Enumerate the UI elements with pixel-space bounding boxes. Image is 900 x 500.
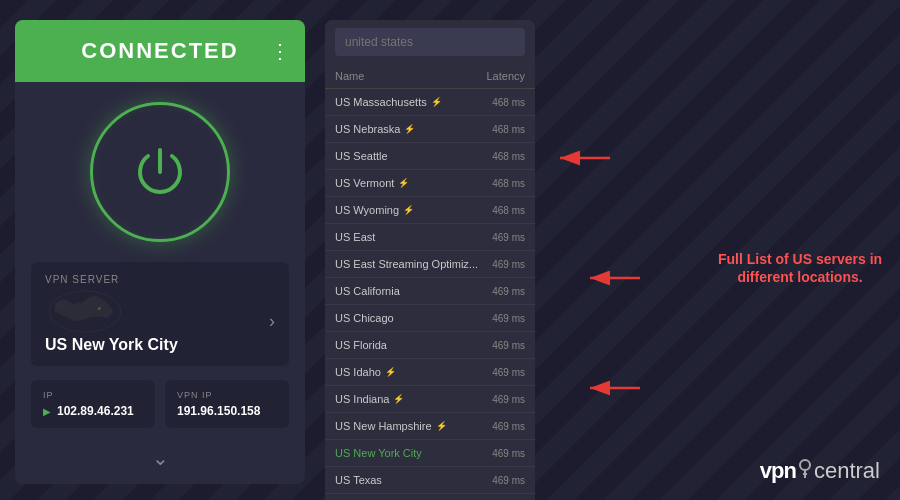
server-item-latency: 469 ms	[492, 286, 525, 297]
server-item[interactable]: US Chicago469 ms	[325, 305, 535, 332]
server-item-latency: 469 ms	[492, 313, 525, 324]
server-item-left: US Wyoming⚡	[335, 204, 414, 216]
server-item-latency: 469 ms	[492, 421, 525, 432]
server-item-name: US Florida	[335, 339, 387, 351]
server-item-left: US New Hampshire⚡	[335, 420, 447, 432]
menu-icon[interactable]: ⋮	[270, 39, 291, 63]
server-item-left: US Massachusetts⚡	[335, 96, 442, 108]
server-item[interactable]: US New Hampshire⚡469 ms	[325, 413, 535, 440]
server-section[interactable]: VPN SERVER US New York City ›	[31, 262, 289, 366]
server-item-latency: 469 ms	[492, 394, 525, 405]
server-item-left: US Nebraska⚡	[335, 123, 415, 135]
server-item-name: US Nebraska	[335, 123, 400, 135]
server-item[interactable]: US West Streaming Optimiz...640 ms	[325, 494, 535, 500]
power-icon	[130, 142, 190, 202]
server-item-left: US California	[335, 285, 400, 297]
server-item[interactable]: US Idaho⚡469 ms	[325, 359, 535, 386]
server-item[interactable]: US Seattle468 ms	[325, 143, 535, 170]
server-item[interactable]: US New York City469 ms	[325, 440, 535, 467]
svg-point-8	[800, 460, 810, 470]
server-name: US New York City	[45, 336, 178, 354]
server-item[interactable]: US East469 ms	[325, 224, 535, 251]
server-item[interactable]: US Texas469 ms	[325, 467, 535, 494]
server-item-name: US Massachusetts	[335, 96, 427, 108]
server-item-badge-icon: ⚡	[431, 97, 442, 107]
column-latency: Latency	[486, 70, 525, 82]
server-item-badge-icon: ⚡	[393, 394, 404, 404]
annotation-arrow-2	[585, 268, 645, 292]
server-item-name: US Indiana	[335, 393, 389, 405]
ip-section: IP ▶ 102.89.46.231 VPN IP 191.96.150.158	[31, 380, 289, 428]
annotation-text: Full List of US servers in different loc…	[718, 251, 882, 285]
ip-label: IP	[43, 390, 143, 400]
server-item-name: US New Hampshire	[335, 420, 432, 432]
server-item[interactable]: US Massachusetts⚡468 ms	[325, 89, 535, 116]
server-item[interactable]: US Florida469 ms	[325, 332, 535, 359]
ip-play-icon: ▶	[43, 406, 51, 417]
server-item-left: US East	[335, 231, 375, 243]
column-name: Name	[335, 70, 364, 82]
vpn-panel: CONNECTED ⋮ VPN SERVER	[15, 20, 305, 484]
brand-logo: vpn central	[760, 457, 880, 484]
server-item-left: US Idaho⚡	[335, 366, 396, 378]
ip-value-row: ▶ 102.89.46.231	[43, 404, 143, 418]
server-item[interactable]: US Wyoming⚡468 ms	[325, 197, 535, 224]
search-bar	[325, 20, 535, 64]
world-map-icon	[45, 289, 125, 334]
server-item-left: US Chicago	[335, 312, 394, 324]
server-item-badge-icon: ⚡	[404, 124, 415, 134]
server-item-name: US Vermont	[335, 177, 394, 189]
server-item-latency: 469 ms	[492, 367, 525, 378]
brand-central-text: central	[814, 458, 880, 484]
server-item-name: US East	[335, 231, 375, 243]
vpn-body: VPN SERVER US New York City ›	[15, 82, 305, 484]
vpn-ip-value: 191.96.150.158	[177, 404, 260, 418]
server-info: US New York City	[45, 289, 178, 354]
server-item-name: US Wyoming	[335, 204, 399, 216]
server-item[interactable]: US Indiana⚡469 ms	[325, 386, 535, 413]
server-item-latency: 469 ms	[492, 475, 525, 486]
server-item-left: US Texas	[335, 474, 382, 486]
server-item-badge-icon: ⚡	[398, 178, 409, 188]
server-row: US New York City ›	[45, 289, 275, 354]
server-item-left: US Seattle	[335, 150, 388, 162]
search-input[interactable]	[335, 28, 525, 56]
server-item-name: US Idaho	[335, 366, 381, 378]
svg-point-1	[98, 307, 101, 310]
server-item-latency: 469 ms	[492, 259, 525, 270]
server-item-latency: 468 ms	[492, 97, 525, 108]
brand-vpn-text: vpn	[760, 458, 796, 484]
server-list-header: Name Latency	[325, 64, 535, 89]
annotation-text-box: Full List of US servers in different loc…	[710, 250, 890, 286]
vpn-ip-label: VPN IP	[177, 390, 277, 400]
server-item[interactable]: US Nebraska⚡468 ms	[325, 116, 535, 143]
chevron-down-section[interactable]: ⌄	[152, 438, 169, 474]
server-item[interactable]: US East Streaming Optimiz...469 ms	[325, 251, 535, 278]
ip-box: IP ▶ 102.89.46.231	[31, 380, 155, 428]
annotation-arrow-3	[585, 378, 645, 402]
server-item-name: US Texas	[335, 474, 382, 486]
server-item-badge-icon: ⚡	[403, 205, 414, 215]
power-button[interactable]	[90, 102, 230, 242]
server-item-name: US New York City	[335, 447, 422, 459]
server-item[interactable]: US California469 ms	[325, 278, 535, 305]
key-icon	[797, 457, 813, 479]
server-item-left: US Vermont⚡	[335, 177, 409, 189]
connected-status: CONNECTED	[81, 38, 238, 64]
annotation-arrow-1	[555, 148, 615, 172]
server-item-left: US Indiana⚡	[335, 393, 404, 405]
server-item-latency: 468 ms	[492, 151, 525, 162]
server-item[interactable]: US Vermont⚡468 ms	[325, 170, 535, 197]
chevron-down-icon: ⌄	[152, 446, 169, 470]
vpn-header: CONNECTED ⋮	[15, 20, 305, 82]
server-item-name: US Seattle	[335, 150, 388, 162]
server-item-latency: 469 ms	[492, 340, 525, 351]
server-item-latency: 468 ms	[492, 124, 525, 135]
server-list-panel: Name Latency US Massachusetts⚡468 msUS N…	[325, 20, 535, 500]
server-item-name: US Chicago	[335, 312, 394, 324]
vpn-ip-value-row: 191.96.150.158	[177, 404, 277, 418]
server-item-badge-icon: ⚡	[436, 421, 447, 431]
server-item-left: US East Streaming Optimiz...	[335, 258, 478, 270]
server-item-latency: 469 ms	[492, 232, 525, 243]
server-list[interactable]: US Massachusetts⚡468 msUS Nebraska⚡468 m…	[325, 89, 535, 500]
